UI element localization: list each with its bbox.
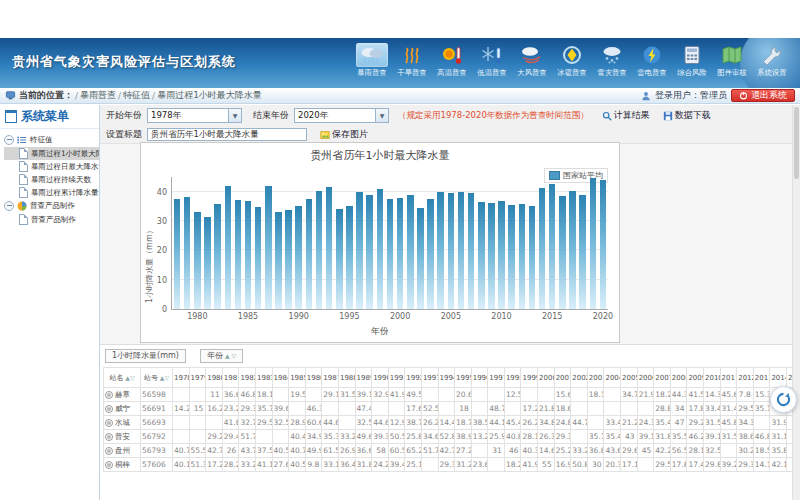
station-radio[interactable] bbox=[105, 419, 113, 427]
document-icon bbox=[19, 174, 28, 185]
toolbar-map-review-button[interactable]: 图件审核 bbox=[712, 41, 752, 78]
x-axis-tick-label: 2005 bbox=[436, 312, 466, 321]
column-header-year[interactable]: 2010 bbox=[704, 368, 721, 388]
column-header-year[interactable]: 1978 bbox=[173, 368, 190, 388]
column-header-station-id[interactable]: 站号 ▲▽ bbox=[141, 368, 173, 388]
column-header-year[interactable]: 1984 bbox=[272, 368, 289, 388]
column-header-station-name[interactable]: 站名 ▲▽ bbox=[104, 368, 141, 388]
vertical-scrollbar[interactable] bbox=[792, 105, 800, 500]
sidebar-item[interactable]: 暴雨过程累计降水量 bbox=[4, 186, 99, 199]
value-cell: 45.4 bbox=[504, 416, 521, 430]
station-radio[interactable] bbox=[105, 391, 113, 399]
column-header-year[interactable]: 1986 bbox=[305, 368, 322, 388]
tree-group-header-1[interactable]: 特征值 bbox=[4, 133, 99, 147]
column-header-year[interactable]: 1991 bbox=[388, 368, 405, 388]
column-header-year[interactable]: 2006 bbox=[637, 368, 654, 388]
sort-asc-icon[interactable]: ▲ bbox=[225, 353, 230, 359]
sidebar-item[interactable]: 暴雨过程1小时最大降水量 bbox=[4, 147, 99, 160]
column-header-year[interactable]: 1985 bbox=[289, 368, 306, 388]
column-header-year[interactable]: 1987 bbox=[322, 368, 339, 388]
column-header-year[interactable]: 1980 bbox=[206, 368, 223, 388]
floating-refresh-button[interactable] bbox=[770, 386, 797, 413]
column-header-year[interactable]: 1983 bbox=[255, 368, 272, 388]
column-header-year[interactable]: 1992 bbox=[405, 368, 422, 388]
bar-2014 bbox=[539, 188, 546, 309]
sort-desc-icon[interactable]: ▽ bbox=[130, 374, 135, 381]
toolbar-low-temp-button[interactable]: 低温普查 bbox=[472, 41, 512, 78]
chart-title: 贵州省历年1小时最大降水量 bbox=[141, 148, 619, 163]
value-cell: 29.5 bbox=[654, 458, 671, 472]
year-sort-chip[interactable]: 年份 ▲ ▽ bbox=[200, 349, 243, 363]
value-cell bbox=[521, 388, 538, 402]
breadcrumb-segment[interactable]: 特征值 bbox=[123, 89, 150, 102]
toolbar-snow-button[interactable]: 雪灾普查 bbox=[592, 41, 632, 78]
end-year-select[interactable]: 2020年 ▼ bbox=[294, 108, 389, 123]
bar-1993 bbox=[326, 187, 333, 309]
station-radio[interactable] bbox=[105, 461, 113, 469]
chart-title-input[interactable] bbox=[147, 128, 307, 141]
toolbar-hail-button[interactable]: 冰雹普查 bbox=[552, 41, 592, 78]
toolbar-lightning-button[interactable]: 雷电普查 bbox=[632, 41, 672, 78]
value-filter-chip[interactable]: 1小时降水量(mm) bbox=[105, 349, 186, 363]
column-header-year[interactable]: 1997 bbox=[488, 368, 505, 388]
column-header-year[interactable]: 2013 bbox=[753, 368, 770, 388]
toolbar-settings-button[interactable]: 系统设置 bbox=[752, 41, 792, 78]
column-header-year[interactable]: 1998 bbox=[504, 368, 521, 388]
breadcrumb-segment[interactable]: 暴雨普查 bbox=[80, 89, 116, 102]
column-header-station-id-label: 站号 bbox=[144, 374, 158, 382]
toolbar-wind-button[interactable]: 大风普查 bbox=[512, 41, 552, 78]
save-disk-icon bbox=[663, 111, 673, 121]
column-header-year[interactable]: 2000 bbox=[538, 368, 555, 388]
sort-desc-icon[interactable]: ▽ bbox=[232, 353, 237, 359]
column-header-year[interactable]: 2001 bbox=[554, 368, 571, 388]
column-header-year[interactable]: 1996 bbox=[471, 368, 488, 388]
download-button[interactable]: 数据下载 bbox=[663, 109, 711, 122]
station-radio[interactable] bbox=[105, 447, 113, 455]
column-header-year[interactable]: 2005 bbox=[621, 368, 638, 388]
value-cell: 34.7 bbox=[621, 388, 638, 402]
start-year-select[interactable]: 1978年 ▼ bbox=[147, 108, 242, 123]
station-radio[interactable] bbox=[105, 433, 113, 441]
sidebar-item[interactable]: 暴雨过程日最大降水量 bbox=[4, 160, 99, 173]
value-cell bbox=[488, 388, 505, 402]
expander-icon[interactable] bbox=[4, 201, 14, 211]
scrollbar-thumb[interactable] bbox=[794, 107, 799, 179]
column-header-year[interactable]: 1999 bbox=[521, 368, 538, 388]
toolbar-rainstorm-button[interactable]: 暴雨普查 bbox=[352, 41, 392, 78]
column-header-year[interactable]: 1993 bbox=[421, 368, 438, 388]
breadcrumb-segment[interactable]: 暴雨过程1小时最大降水量 bbox=[157, 89, 262, 102]
column-header-year[interactable]: 2004 bbox=[604, 368, 621, 388]
column-header-year[interactable]: 1995 bbox=[455, 368, 472, 388]
column-header-year[interactable]: 2008 bbox=[670, 368, 687, 388]
sort-desc-icon[interactable]: ▽ bbox=[164, 374, 169, 381]
column-header-year[interactable]: 2007 bbox=[654, 368, 671, 388]
column-header-year[interactable]: 2014 bbox=[770, 368, 787, 388]
calculate-button[interactable]: 计算结果 bbox=[602, 109, 650, 122]
column-header-year[interactable]: 1981 bbox=[222, 368, 239, 388]
column-header-year[interactable]: 2003 bbox=[587, 368, 604, 388]
sidebar-tree: 特征值暴雨过程1小时最大降水量暴雨过程日最大降水量暴雨过程持续天数暴雨过程累计降… bbox=[0, 129, 99, 226]
sidebar-item-label: 普查产品制作 bbox=[31, 215, 76, 225]
value-cell: 58 bbox=[372, 444, 389, 458]
column-header-year[interactable]: 2011 bbox=[720, 368, 737, 388]
save-image-button[interactable]: 保存图片 bbox=[320, 128, 368, 141]
logout-button[interactable]: 退出系统 bbox=[731, 89, 795, 102]
column-header-year[interactable]: 1979 bbox=[189, 368, 206, 388]
tree-group-header-2[interactable]: 普查产品制作 bbox=[4, 199, 99, 213]
column-header-year[interactable]: 2002 bbox=[571, 368, 588, 388]
value-cell bbox=[571, 430, 588, 444]
station-radio[interactable] bbox=[105, 405, 113, 413]
column-header-year[interactable]: 1988 bbox=[338, 368, 355, 388]
column-header-year[interactable]: 1994 bbox=[438, 368, 455, 388]
column-header-year[interactable]: 1982 bbox=[239, 368, 256, 388]
sidebar-item[interactable]: 普查产品制作 bbox=[4, 213, 99, 226]
toolbar-risk-button[interactable]: 综合风险 bbox=[672, 41, 712, 78]
toolbar-drought-button[interactable]: 干旱普查 bbox=[392, 41, 432, 78]
column-header-year[interactable]: 1990 bbox=[372, 368, 389, 388]
column-header-year[interactable]: 2009 bbox=[687, 368, 704, 388]
column-header-year[interactable]: 1989 bbox=[355, 368, 372, 388]
expander-icon[interactable] bbox=[4, 135, 14, 145]
sidebar-item[interactable]: 暴雨过程持续天数 bbox=[4, 173, 99, 186]
column-header-year[interactable]: 2012 bbox=[737, 368, 754, 388]
toolbar-high-temp-button[interactable]: 高温普查 bbox=[432, 41, 472, 78]
